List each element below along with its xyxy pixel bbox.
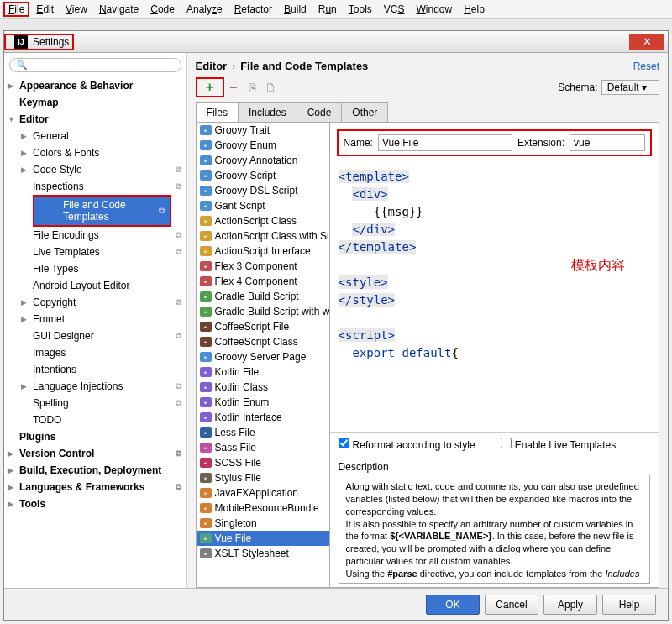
file-type-icon: ▪ xyxy=(200,216,212,226)
tab-other[interactable]: Other xyxy=(341,102,388,122)
ext-input[interactable] xyxy=(570,134,645,151)
menu-help[interactable]: Help xyxy=(459,2,490,17)
template-item[interactable]: ▪MobileResourceBundle xyxy=(197,501,329,516)
menu-build[interactable]: Build xyxy=(279,2,312,17)
tree-item-file-and-code-templates[interactable]: File and Code Templates⧉ xyxy=(34,197,170,225)
tree-item[interactable]: File Types xyxy=(4,260,186,277)
template-item[interactable]: ▪Kotlin Interface xyxy=(197,410,329,425)
tree-item[interactable]: ▶Languages & Frameworks⧉ xyxy=(4,479,186,496)
menu-analyze[interactable]: Analyze xyxy=(181,2,228,17)
tree-item[interactable]: ▶Appearance & Behavior xyxy=(4,77,186,94)
tree-item[interactable]: ▶Colors & Fonts xyxy=(4,144,186,161)
description-box[interactable]: Along with static text, code and comment… xyxy=(339,475,650,584)
name-input[interactable] xyxy=(378,134,512,151)
copy-icon: ⧉ xyxy=(176,297,181,307)
template-item[interactable]: ▪SCSS File xyxy=(197,455,329,470)
template-item[interactable]: ▪ActionScript Interface xyxy=(197,244,329,259)
reset-link[interactable]: Reset xyxy=(633,60,659,72)
tree-item[interactable]: Spelling⧉ xyxy=(4,395,186,412)
template-item[interactable]: ▪ActionScript Class xyxy=(197,213,329,228)
template-item[interactable]: ▪Groovy DSL Script xyxy=(197,183,329,198)
file-type-icon: ▪ xyxy=(200,412,212,422)
menu-window[interactable]: Window xyxy=(411,2,457,17)
tree-item[interactable]: TODO xyxy=(4,412,186,428)
template-item[interactable]: ▪Kotlin File xyxy=(197,364,329,380)
template-editor[interactable]: <template> <div> {{msg}} </div> </templa… xyxy=(330,163,659,432)
tree-item[interactable]: Live Templates⧉ xyxy=(4,244,186,260)
tree-item[interactable]: ▶Language Injections⧉ xyxy=(4,378,186,395)
template-item[interactable]: ▪Flex 4 Component xyxy=(197,274,329,289)
template-item[interactable]: ▪Gant Script xyxy=(197,198,329,213)
template-item[interactable]: ▪Stylus File xyxy=(197,470,329,485)
schema-select[interactable]: Default ▾ xyxy=(601,80,659,95)
tab-files[interactable]: Files xyxy=(196,102,239,122)
cancel-button[interactable]: Cancel xyxy=(485,595,538,615)
file-type-icon: ▪ xyxy=(200,488,212,498)
tree-item[interactable]: ▶Copyright⧉ xyxy=(4,294,186,311)
template-item[interactable]: ▪Groovy Script xyxy=(197,168,329,183)
reformat-checkbox[interactable]: Reformat according to style xyxy=(339,438,475,451)
template-list[interactable]: ▪Groovy Trait▪Groovy Enum▪Groovy Annotat… xyxy=(196,123,330,588)
remove-icon[interactable]: − xyxy=(227,81,240,94)
tree-item[interactable]: Intentions xyxy=(4,361,186,378)
template-item[interactable]: ▪XSLT Stylesheet xyxy=(197,546,329,561)
template-item[interactable]: ▪CoffeeScript Class xyxy=(197,334,329,349)
help-button[interactable]: Help xyxy=(602,595,656,615)
template-item[interactable]: ▪Singleton xyxy=(197,516,329,531)
tree-item[interactable]: ▶Emmet xyxy=(4,311,186,328)
search-input[interactable] xyxy=(9,58,181,72)
template-item[interactable]: ▪Sass File xyxy=(197,440,329,455)
tree-item[interactable]: File Encodings⧉ xyxy=(4,227,186,244)
add-icon[interactable]: + xyxy=(203,81,217,94)
menu-run[interactable]: Run xyxy=(313,2,342,17)
template-item[interactable]: ▪Groovy Trait xyxy=(197,123,329,138)
template-item[interactable]: ▪JavaFXApplication xyxy=(197,485,329,501)
dialog-title: Settings xyxy=(33,36,69,48)
menu-code[interactable]: Code xyxy=(145,2,180,17)
template-item[interactable]: ▪Gradle Build Script with wrapper xyxy=(197,304,329,319)
tree-item[interactable]: ▶Code Style⧉ xyxy=(4,161,186,178)
tab-includes[interactable]: Includes xyxy=(238,102,297,122)
menu-navigate[interactable]: Navigate xyxy=(94,2,144,17)
copy-icon[interactable]: ⎘ xyxy=(245,81,259,94)
menu-edit[interactable]: Edit xyxy=(31,2,59,17)
file-type-icon: ▪ xyxy=(200,246,212,256)
menu-refactor[interactable]: Refactor xyxy=(229,2,277,17)
tree-item[interactable]: ▶Build, Execution, Deployment xyxy=(4,462,186,479)
close-button[interactable]: ✕ xyxy=(629,34,664,50)
apply-button[interactable]: Apply xyxy=(543,595,597,615)
template-item[interactable]: ▪Kotlin Enum xyxy=(197,395,329,410)
tree-item[interactable]: Android Layout Editor xyxy=(4,277,186,294)
tree-item[interactable]: Images xyxy=(4,344,186,361)
template-item[interactable]: ▪Vue File xyxy=(197,531,329,546)
template-item[interactable]: ▪Groovy Server Page xyxy=(197,349,329,364)
template-icon[interactable]: 🗋 xyxy=(264,81,277,94)
menu-view[interactable]: View xyxy=(60,2,92,17)
tree-item[interactable]: ▶Version Control⧉ xyxy=(4,445,186,462)
template-item[interactable]: ▪Groovy Enum xyxy=(197,138,329,153)
template-item[interactable]: ▪Groovy Annotation xyxy=(197,153,329,168)
menu-vcs[interactable]: VCS xyxy=(379,2,410,17)
tree-item[interactable]: ▼Editor xyxy=(4,111,186,128)
template-item[interactable]: ▪Less File xyxy=(197,425,329,440)
tab-code[interactable]: Code xyxy=(297,102,343,122)
menu-tools[interactable]: Tools xyxy=(344,2,377,17)
template-item[interactable]: ▪Gradle Build Script xyxy=(197,289,329,304)
settings-tree[interactable]: ▶Appearance & BehaviorKeymap▼Editor▶Gene… xyxy=(4,53,187,588)
annotation-label: 模板内容 xyxy=(571,255,625,275)
ok-button[interactable]: OK xyxy=(426,595,480,615)
template-item[interactable]: ▪ActionScript Class with Supers xyxy=(197,228,329,244)
menu-file[interactable]: File xyxy=(3,2,29,17)
template-toolbar: + − ⎘ 🗋 Schema: Default ▾ xyxy=(187,76,668,99)
live-templates-checkbox[interactable]: Enable Live Templates xyxy=(501,438,617,451)
template-item[interactable]: ▪CoffeeScript File xyxy=(197,319,329,334)
template-item[interactable]: ▪Flex 3 Component xyxy=(197,259,329,274)
tree-item[interactable]: Inspections⧉ xyxy=(4,178,186,195)
tree-item[interactable]: GUI Designer⧉ xyxy=(4,328,186,344)
tree-item[interactable]: Keymap xyxy=(4,94,186,111)
tree-item[interactable]: ▶General xyxy=(4,128,186,144)
tree-item[interactable]: Plugins xyxy=(4,428,186,445)
template-item[interactable]: ▪Kotlin Class xyxy=(197,380,329,395)
tree-item[interactable]: ▶Tools xyxy=(4,496,186,512)
copy-icon: ⧉ xyxy=(176,181,181,191)
